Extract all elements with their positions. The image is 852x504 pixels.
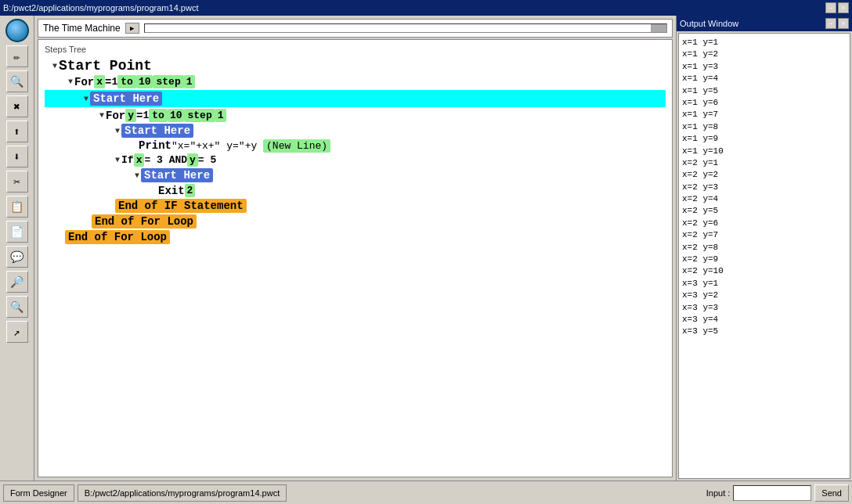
- output-close-btn[interactable]: ×: [838, 18, 849, 29]
- progress-fill: [651, 24, 666, 32]
- paste-icon[interactable]: 📄: [6, 221, 28, 243]
- output-line: x=1 y=1: [682, 37, 847, 49]
- app-logo: [5, 19, 29, 42]
- list-item[interactable]: End of For Loop: [45, 229, 666, 245]
- to-val2: 10: [168, 109, 185, 122]
- list-item[interactable]: Exit 2: [45, 183, 666, 198]
- list-item[interactable]: ▼ For x = 1 to 10 step 1: [45, 74, 666, 89]
- if-x: x: [134, 153, 145, 167]
- output-line: x=2 y=7: [682, 229, 847, 241]
- output-line: x=2 y=6: [682, 218, 847, 229]
- export-icon[interactable]: ↗: [6, 321, 28, 343]
- output-line: x=1 y=7: [682, 109, 847, 121]
- list-item[interactable]: Print "x="+x+" y="+y (New Line): [45, 139, 666, 153]
- step-val: 1: [184, 75, 195, 88]
- output-line: x=3 y=5: [682, 326, 847, 337]
- output-line: x=2 y=4: [682, 193, 847, 205]
- comment-icon[interactable]: 💬: [6, 246, 28, 268]
- step-val2: 1: [215, 109, 226, 122]
- list-item[interactable]: ▼ Start Here: [45, 90, 666, 107]
- title-bar: B:/pwct2/applications/myprograms/program…: [0, 0, 852, 16]
- start-here-if: Start Here: [141, 168, 213, 182]
- zoom-out-icon[interactable]: 🔍: [6, 296, 28, 318]
- play-button[interactable]: ▶: [125, 23, 139, 34]
- output-line: x=2 y=9: [682, 254, 847, 265]
- to-keyword2: to: [149, 109, 168, 122]
- output-line: x=1 y=9: [682, 133, 847, 145]
- app-title: The Time Machine: [43, 23, 121, 34]
- list-item[interactable]: End of For Loop: [45, 214, 666, 229]
- output-panel: Output Window − × x=1 y=1x=1 y=2x=1 y=3x…: [676, 16, 852, 481]
- send-button[interactable]: Send: [814, 484, 849, 502]
- arrow-icon: ▼: [135, 171, 139, 180]
- output-line: x=2 y=8: [682, 242, 847, 254]
- zoom-in-icon[interactable]: 🔎: [6, 271, 28, 293]
- up-arrow-icon[interactable]: ⬆: [6, 121, 28, 142]
- arrow-icon: ▼: [52, 62, 57, 70]
- arrow-icon: ▼: [99, 111, 104, 120]
- for-y-keyword: For: [106, 110, 125, 122]
- exit-keyword: Exit: [158, 185, 185, 197]
- output-min-btn[interactable]: −: [825, 18, 836, 29]
- title-bar-text: B:/pwct2/applications/myprograms/program…: [3, 3, 198, 13]
- program-header: The Time Machine ▶: [38, 19, 673, 38]
- output-line: x=1 y=2: [682, 49, 847, 60]
- list-item[interactable]: ▼ For y = 1 to 10 step 1: [45, 108, 666, 123]
- output-line: x=2 y=1: [682, 157, 847, 169]
- file-tab[interactable]: B:/pwct2/applications/myprograms/program…: [78, 484, 287, 502]
- toolbar: ✏️ 🔍 ✖ ⬆ ⬇ ✂ 📋 📄 💬 🔎 🔍 ↗: [0, 16, 34, 481]
- end-if-label: End of IF Statement: [115, 199, 247, 213]
- start-point-label: Start Point: [59, 58, 152, 74]
- output-line: x=2 y=3: [682, 182, 847, 193]
- arrow-icon: ▼: [84, 95, 88, 103]
- output-line: x=3 y=1: [682, 278, 847, 290]
- close-icon[interactable]: ✖: [6, 95, 28, 117]
- output-line: x=3 y=2: [682, 290, 847, 301]
- step-keyword: step: [153, 75, 183, 88]
- var-x: x: [94, 75, 105, 88]
- from-val: 1: [111, 76, 117, 88]
- print-str: "x="+x+" y="+y (New Line): [171, 140, 330, 152]
- output-line: x=1 y=8: [682, 121, 847, 133]
- form-designer-tab[interactable]: Form Designer: [3, 484, 74, 502]
- to-val: 10: [136, 75, 153, 88]
- list-item[interactable]: ▼ If x = 3 AND y = 5: [45, 153, 666, 167]
- end-for-loop-inner: End of For Loop: [92, 214, 197, 229]
- bottom-bar: Form Designer B:/pwct2/applications/mypr…: [0, 481, 852, 504]
- edit-icon[interactable]: ✏️: [6, 45, 28, 67]
- if-val: = 5: [198, 154, 216, 166]
- list-item[interactable]: ▼ Start Here: [45, 167, 666, 183]
- search-icon[interactable]: 🔍: [6, 70, 28, 92]
- list-item[interactable]: End of IF Statement: [45, 198, 666, 214]
- arrow-icon: ▼: [68, 77, 73, 86]
- output-line: x=2 y=2: [682, 169, 847, 181]
- arrow-icon: ▼: [115, 156, 120, 164]
- input-field[interactable]: [733, 485, 811, 501]
- scissors-icon[interactable]: ✂: [6, 171, 28, 193]
- arrow-icon: ▼: [115, 127, 120, 135]
- from-val2: 1: [143, 110, 149, 121]
- equals2: =: [136, 110, 143, 122]
- input-label: Input :: [706, 488, 731, 498]
- if-eq: = 3 AND: [144, 154, 187, 166]
- output-line: x=2 y=10: [682, 265, 847, 277]
- steps-label: Steps Tree: [45, 45, 666, 54]
- print-keyword: Print: [139, 139, 171, 152]
- program-panel: The Time Machine ▶ Steps Tree ▼ Start Po…: [34, 16, 676, 481]
- output-line: x=3 y=4: [682, 314, 847, 326]
- minimize-button[interactable]: −: [825, 2, 836, 13]
- start-here-label: Start Here: [90, 92, 162, 106]
- down-arrow-icon[interactable]: ⬇: [6, 146, 28, 167]
- list-item[interactable]: ▼ Start Point: [45, 57, 666, 74]
- step-keyword2: step: [184, 109, 215, 122]
- output-line: x=1 y=5: [682, 85, 847, 97]
- copy-icon[interactable]: 📋: [6, 196, 28, 218]
- if-keyword: If: [121, 154, 134, 166]
- output-line: x=1 y=6: [682, 97, 847, 109]
- progress-bar: [144, 23, 667, 33]
- close-button[interactable]: ×: [838, 2, 849, 13]
- for-keyword: For: [74, 76, 94, 88]
- start-here-inner: Start Here: [121, 124, 193, 138]
- steps-tree-area[interactable]: Steps Tree ▼ Start Point ▼ For x = 1 to …: [38, 39, 673, 477]
- list-item[interactable]: ▼ Start Here: [45, 123, 666, 139]
